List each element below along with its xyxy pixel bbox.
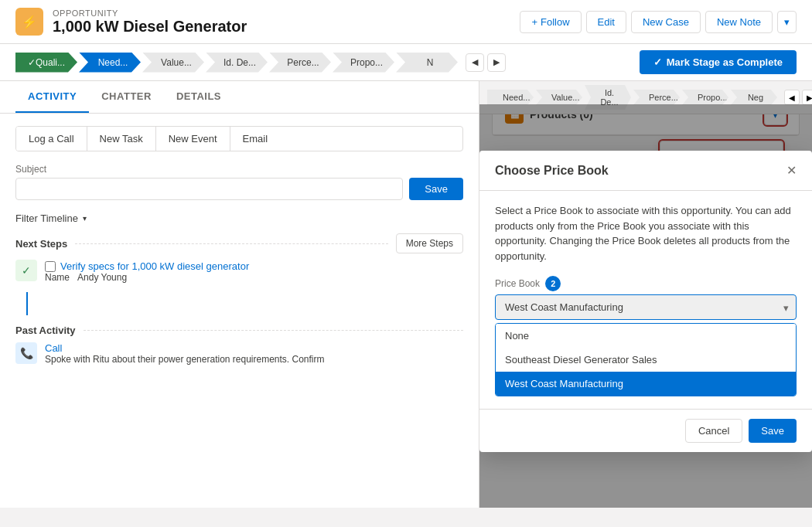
sec-stage-prev[interactable]: ◀: [784, 90, 800, 105]
filter-chevron-icon: ▾: [83, 214, 87, 223]
call-content: Call Spoke with Ritu about their power g…: [45, 342, 325, 365]
sec-stage-nav: ◀ ▶: [784, 90, 812, 105]
stage-label-5: Propo...: [350, 57, 383, 68]
save-activity-button[interactable]: Save: [409, 178, 463, 200]
filter-timeline-label: Filter Timeline: [15, 212, 78, 224]
more-steps-button[interactable]: More Steps: [396, 233, 463, 253]
step2-badge: 2: [545, 276, 561, 291]
subject-input[interactable]: [15, 178, 403, 200]
header-actions: + Follow Edit New Case New Note ▾: [520, 11, 797, 33]
task-link[interactable]: Verify specs for 1,000 kW diesel generat…: [60, 260, 249, 272]
header-left: ⚡ OPPORTUNITY 1,000 kW Diesel Generator: [15, 8, 247, 36]
call-desc-text: Spoke with Ritu about their power genera…: [45, 354, 325, 365]
new-task-tab[interactable]: New Task: [87, 127, 156, 151]
timeline-connector: [26, 292, 28, 315]
sec-stage-next[interactable]: ▶: [802, 90, 812, 105]
choose-price-book-modal: Choose Price Book ✕ Select a Price Book …: [479, 151, 812, 452]
task-meta-value: Andy Young: [77, 272, 127, 283]
modal-save-button[interactable]: Save: [749, 419, 797, 443]
call-desc: Spoke with Ritu about their power genera…: [45, 354, 325, 365]
stage-item-5[interactable]: Propo...: [333, 53, 394, 73]
modal-description: Select a Price Book to associate with th…: [495, 203, 797, 264]
log-a-call-tab[interactable]: Log a Call: [16, 127, 87, 151]
main-tabs: ACTIVITY CHATTER DETAILS: [0, 81, 479, 114]
sec-stage-3[interactable]: Perce...: [633, 90, 680, 105]
new-note-button[interactable]: New Note: [705, 11, 773, 33]
tab-chatter[interactable]: CHATTER: [89, 81, 164, 113]
follow-button[interactable]: + Follow: [520, 11, 581, 33]
call-link[interactable]: Call: [45, 342, 62, 354]
task-icon: ✓: [15, 260, 37, 281]
task-checkbox[interactable]: [45, 261, 56, 272]
activity-content: Log a Call New Task New Event Email Subj…: [0, 114, 479, 508]
stage-item-3[interactable]: Id. De...: [206, 53, 268, 73]
object-type-label: OPPORTUNITY: [53, 8, 247, 18]
call-item: 📞 Call Spoke with Ritu about their power…: [15, 342, 463, 365]
modal-footer: Cancel Save: [479, 409, 812, 452]
stage-label-3: Id. De...: [223, 57, 256, 68]
filter-timeline: Filter Timeline ▾: [15, 212, 463, 224]
check-icon: ✓: [28, 57, 36, 68]
action-tabs: Log a Call New Task New Event Email: [15, 126, 463, 151]
stage-label-6: N: [427, 57, 434, 68]
stage-item-1[interactable]: Need...: [79, 53, 141, 73]
pbd-option-none[interactable]: None: [496, 324, 796, 348]
more-actions-button[interactable]: ▾: [777, 11, 797, 33]
pbd-option-southeast[interactable]: Southeast Diesel Generator Sales: [496, 348, 796, 372]
timeline-item-content: Verify specs for 1,000 kW diesel generat…: [45, 260, 249, 283]
page-title: 1,000 kW Diesel Generator: [53, 18, 247, 36]
new-event-tab[interactable]: New Event: [156, 127, 230, 151]
stage-navigation: ◀ ▶: [466, 53, 506, 72]
price-book-dropdown-open: None Southeast Diesel Generator Sales We…: [495, 323, 797, 396]
stage-bar: ✓ Quali... Need... Value... Id. De... Pe…: [0, 44, 812, 81]
task-meta-label: Name: [45, 272, 70, 283]
subject-row: Subject Save: [15, 164, 463, 200]
tab-details[interactable]: DETAILS: [164, 81, 234, 113]
modal-header: Choose Price Book ✕: [479, 151, 812, 191]
new-case-button[interactable]: New Case: [631, 11, 701, 33]
email-tab[interactable]: Email: [230, 127, 281, 151]
title-block: OPPORTUNITY 1,000 kW Diesel Generator: [53, 8, 247, 36]
past-activity-header: Past Activity: [15, 325, 463, 336]
stage-prev-button[interactable]: ◀: [466, 53, 484, 72]
stage-label-4: Perce...: [287, 57, 319, 68]
stage-label-2: Value...: [161, 57, 192, 68]
right-panel: ▦ Products (0) ▾ 1 Add Product Choose Pr…: [479, 81, 812, 508]
stage-label-0: Quali...: [36, 57, 65, 68]
sec-stage-5[interactable]: Neg: [731, 90, 777, 105]
opportunity-header: ⚡ OPPORTUNITY 1,000 kW Diesel Generator …: [0, 0, 812, 44]
mark-complete-button[interactable]: ✓ Mark Stage as Complete: [640, 50, 797, 74]
stage-item-2[interactable]: Value...: [142, 53, 204, 73]
left-panel: ACTIVITY CHATTER DETAILS Log a Call New …: [0, 81, 479, 508]
tab-activity[interactable]: ACTIVITY: [15, 81, 89, 113]
sec-stage-4[interactable]: Propo...: [682, 90, 728, 105]
call-icon: 📞: [15, 342, 37, 364]
stage-label-1: Need...: [98, 57, 128, 68]
next-steps-header: Next Steps More Steps: [15, 233, 463, 253]
cancel-button[interactable]: Cancel: [685, 419, 742, 443]
next-steps-label: Next Steps: [15, 238, 67, 250]
opportunity-icon: ⚡: [15, 8, 43, 36]
edit-button[interactable]: Edit: [586, 11, 626, 33]
stage-item-4[interactable]: Perce...: [269, 53, 331, 73]
price-book-label: Price Book 2: [495, 276, 797, 291]
stage-next-button[interactable]: ▶: [487, 53, 506, 72]
modal-body: Select a Price Book to associate with th…: [479, 191, 812, 409]
subject-label: Subject: [15, 164, 463, 175]
past-section-divider: [84, 330, 463, 331]
task-meta: Name Andy Young: [45, 272, 249, 283]
list-item: ✓ Verify specs for 1,000 kW diesel gener…: [15, 260, 463, 283]
plus-icon: +: [531, 16, 537, 28]
price-book-select[interactable]: None None Southeast Diesel Generator Sal…: [495, 294, 797, 320]
past-activity-label: Past Activity: [15, 325, 76, 336]
sec-stage-0[interactable]: Need...: [487, 90, 534, 105]
price-book-select-wrapper: None None Southeast Diesel Generator Sal…: [495, 294, 797, 320]
sec-stage-1[interactable]: Value...: [536, 90, 582, 105]
pbd-option-west-coast[interactable]: West Coast Manufacturing: [496, 372, 796, 396]
section-divider: [75, 243, 387, 244]
modal-overlay: Choose Price Book ✕ Select a Price Book …: [479, 104, 812, 508]
modal-title: Choose Price Book: [495, 164, 609, 178]
stage-item-0[interactable]: ✓ Quali...: [15, 53, 77, 73]
stage-item-6[interactable]: N: [396, 53, 458, 73]
modal-close-button[interactable]: ✕: [786, 163, 797, 178]
